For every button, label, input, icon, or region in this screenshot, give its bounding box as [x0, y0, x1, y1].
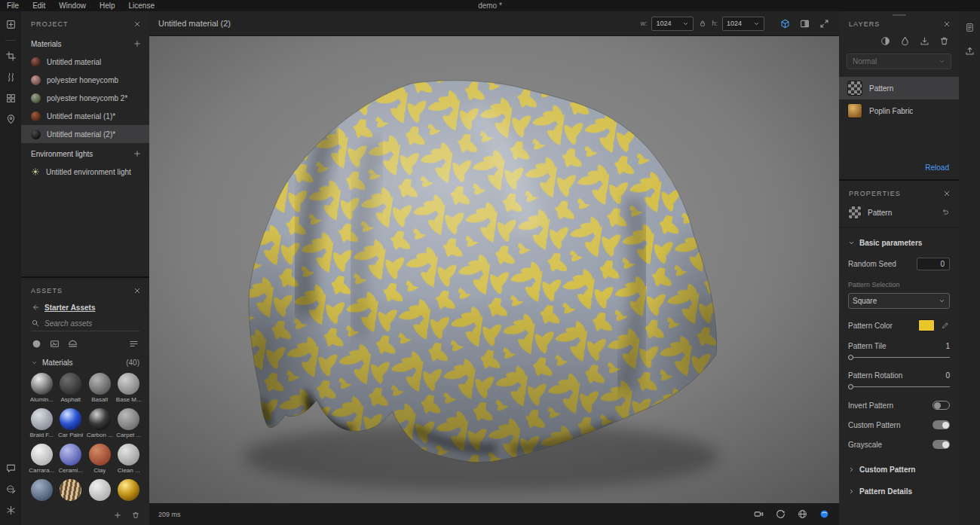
- split-view-icon[interactable]: [799, 18, 810, 29]
- material-sphere-thumbnail: [31, 75, 41, 85]
- material-list-item[interactable]: Untitled material (1)*: [21, 107, 149, 125]
- lock-aspect-icon[interactable]: [698, 19, 707, 28]
- asset-item[interactable]: [85, 479, 115, 507]
- rendered-fabric-drape[interactable]: [149, 36, 839, 503]
- pattern-selection-dropdown[interactable]: Square: [848, 293, 950, 309]
- share-export-icon[interactable]: [964, 45, 975, 56]
- height-dropdown[interactable]: 1024: [722, 17, 764, 31]
- material-list-item-selected[interactable]: Untitled material (2)*: [21, 125, 149, 143]
- panel-drag-handle[interactable]: [893, 14, 906, 16]
- material-sphere-thumbnail: [31, 57, 41, 67]
- warp-tool-icon[interactable]: [5, 72, 17, 83]
- menu-window[interactable]: Window: [52, 2, 93, 10]
- asset-item[interactable]: Asphalt: [57, 373, 86, 403]
- material-sphere-thumbnail: [60, 444, 81, 465]
- grayscale-toggle[interactable]: [933, 440, 950, 449]
- pattern-tile-slider[interactable]: [848, 354, 950, 361]
- picker-tool-icon[interactable]: [5, 114, 17, 125]
- asset-label: Cerami...: [59, 467, 83, 474]
- pattern-color-swatch[interactable]: [918, 319, 935, 331]
- filter-materials-icon[interactable]: [31, 338, 42, 349]
- view-3d-icon[interactable]: [779, 18, 791, 29]
- width-dropdown[interactable]: 1024: [651, 17, 694, 31]
- asset-item[interactable]: Cerami...: [57, 444, 86, 474]
- asset-item[interactable]: Base M...: [115, 373, 144, 403]
- asset-item[interactable]: Basalt: [85, 373, 115, 403]
- asset-item[interactable]: Car Paint: [57, 408, 86, 438]
- add-to-project-icon[interactable]: [113, 511, 122, 520]
- list-view-icon[interactable]: [128, 338, 139, 349]
- notes-panel-icon[interactable]: [964, 22, 975, 33]
- asset-item[interactable]: [27, 479, 57, 507]
- material-list-item[interactable]: polyester honeycomb 2*: [21, 89, 149, 107]
- asset-item[interactable]: Carbon ...: [85, 408, 115, 438]
- material-list-item[interactable]: polyester honeycomb: [21, 71, 149, 89]
- assets-footer: [21, 507, 149, 525]
- menu-license[interactable]: License: [122, 2, 161, 10]
- viewport-canvas[interactable]: [149, 36, 839, 503]
- trash-icon[interactable]: [131, 511, 140, 520]
- asset-item[interactable]: Clean ...: [115, 444, 144, 474]
- crop-tool-icon[interactable]: [5, 50, 17, 62]
- camera-icon[interactable]: [753, 508, 764, 520]
- basic-parameters-section[interactable]: Basic parameters: [839, 239, 959, 247]
- import-layer-icon[interactable]: [919, 35, 930, 47]
- search-input[interactable]: [44, 319, 139, 328]
- asset-item[interactable]: Carrara...: [27, 444, 57, 474]
- close-icon[interactable]: [942, 20, 951, 29]
- asset-item[interactable]: Clay: [85, 444, 115, 474]
- environment-icon[interactable]: [797, 508, 808, 520]
- add-material-icon[interactable]: [133, 39, 142, 48]
- close-icon[interactable]: [942, 189, 951, 198]
- blend-mode-icon[interactable]: [880, 35, 891, 47]
- assets-panel: ASSETS Starter Assets: [21, 278, 149, 525]
- pattern-rotation-slider[interactable]: [848, 383, 950, 390]
- add-effect-icon[interactable]: [899, 35, 911, 47]
- menu-file[interactable]: File: [0, 2, 26, 10]
- layer-item-selected[interactable]: Pattern: [839, 77, 959, 99]
- orbit-reset-icon[interactable]: [775, 508, 786, 520]
- pattern-layer-thumbnail: [847, 81, 862, 96]
- color-picker-icon[interactable]: [941, 321, 950, 330]
- menu-help[interactable]: Help: [93, 2, 122, 10]
- filter-environments-icon[interactable]: [67, 338, 78, 349]
- materials-category-header[interactable]: Materials (40): [21, 352, 149, 370]
- slider-knob[interactable]: [848, 355, 853, 360]
- tab-material[interactable]: Untitled material (2): [158, 19, 231, 28]
- expand-viewport-icon[interactable]: [819, 18, 830, 29]
- menu-edit[interactable]: Edit: [26, 2, 52, 10]
- breadcrumb-label[interactable]: Starter Assets: [44, 304, 95, 312]
- asset-item[interactable]: Alumin...: [27, 373, 57, 403]
- custom-pattern-section[interactable]: Custom Pattern: [839, 465, 959, 474]
- material-list-item[interactable]: Untitled material: [21, 53, 149, 71]
- community-icon[interactable]: [5, 484, 17, 495]
- asset-item[interactable]: Braid F...: [27, 408, 57, 438]
- add-environment-light-icon[interactable]: [133, 149, 142, 158]
- delete-layer-icon[interactable]: [939, 35, 950, 47]
- reset-undo-icon[interactable]: [941, 208, 950, 217]
- layer-item[interactable]: Poplin Fabric: [839, 99, 959, 122]
- environment-light-list-item[interactable]: Untitled environment light: [21, 163, 149, 181]
- asset-item[interactable]: [115, 479, 144, 507]
- pattern-details-section[interactable]: Pattern Details: [839, 487, 959, 496]
- add-asset-icon[interactable]: [5, 19, 17, 30]
- slider-knob[interactable]: [848, 384, 853, 389]
- custom-pattern-toggle[interactable]: [933, 420, 950, 429]
- preferences-icon[interactable]: [5, 505, 17, 516]
- asset-item[interactable]: Carpet ...: [115, 408, 144, 438]
- asset-label: Clay: [93, 467, 106, 474]
- asset-item[interactable]: [57, 479, 86, 507]
- atlas-tool-icon[interactable]: [5, 93, 17, 104]
- random-seed-input[interactable]: [917, 258, 950, 270]
- asset-label: Asphalt: [60, 396, 81, 403]
- invert-pattern-toggle[interactable]: [933, 401, 950, 410]
- feedback-chat-icon[interactable]: [5, 462, 17, 474]
- back-arrow-icon[interactable]: [31, 303, 40, 312]
- close-icon[interactable]: [133, 286, 142, 295]
- reload-link[interactable]: Reload: [915, 163, 959, 179]
- filter-images-icon[interactable]: [49, 338, 60, 349]
- close-icon[interactable]: [133, 20, 142, 29]
- material-ball-icon[interactable]: [819, 508, 830, 520]
- blend-mode-dropdown[interactable]: Normal: [847, 53, 951, 69]
- breadcrumb[interactable]: Starter Assets: [21, 300, 149, 313]
